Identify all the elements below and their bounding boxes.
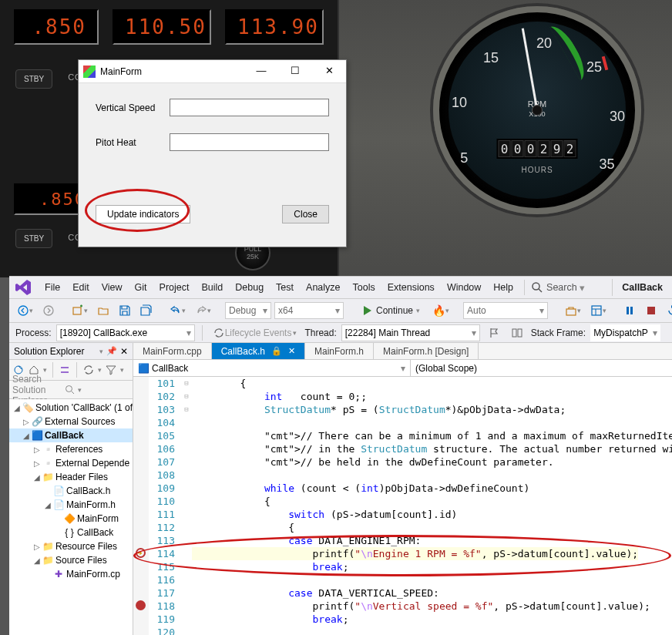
filter-icon[interactable] xyxy=(105,364,117,376)
solution-tree: ◢🏷️Solution 'CallBack' (1 of ▷🔗External … xyxy=(9,399,133,635)
menu-edit[interactable]: Edit xyxy=(66,279,96,296)
lock-icon: 🔒 xyxy=(271,346,282,356)
mainform-titlebar[interactable]: MainForm — ☐ ✕ xyxy=(79,60,346,83)
update-indicators-button[interactable]: Update indicators xyxy=(96,205,190,223)
code-text[interactable]: { int count = 0;; StructDatum* pS = (Str… xyxy=(192,377,672,635)
undo-button[interactable]: ▾ xyxy=(166,301,189,320)
fold-column[interactable]: ⊟⊟⊟ xyxy=(181,377,192,635)
toolbox-button[interactable]: ▾ xyxy=(562,301,584,320)
vs-search[interactable]: Search ▾ xyxy=(524,280,591,295)
process-label: Process: xyxy=(15,328,52,338)
menu-help[interactable]: Help xyxy=(487,279,519,296)
tree-header-files[interactable]: ◢📁Header Files xyxy=(9,470,133,484)
cycle-icon xyxy=(213,327,225,339)
window-layout-button[interactable]: ▾ xyxy=(587,301,610,320)
menu-project[interactable]: Project xyxy=(153,279,196,296)
close-panel-button[interactable]: ✕ xyxy=(120,346,128,357)
tab-mainform-cpp[interactable]: MainForm.cpp xyxy=(133,343,212,359)
odometer: 0 0 0 2 9 2 xyxy=(497,139,578,159)
menu-analyze[interactable]: Analyze xyxy=(300,279,346,296)
menu-window[interactable]: Window xyxy=(441,279,487,296)
tree-external-deps[interactable]: ▷▫️External Depende xyxy=(9,456,133,470)
tree-external-sources[interactable]: ▷🔗External Sources xyxy=(9,415,133,428)
tree-callback-project[interactable]: ◢🟦CallBack xyxy=(9,428,133,442)
menu-view[interactable]: View xyxy=(96,279,129,296)
tree-callback-ns[interactable]: { }CallBack xyxy=(9,526,133,539)
menu-file[interactable]: File xyxy=(39,279,66,296)
process-combo[interactable]: [18920] CallBack.exe xyxy=(56,324,195,341)
odometer-digit: 0 xyxy=(525,140,537,157)
pause-button[interactable] xyxy=(620,301,639,320)
odometer-digit: 0 xyxy=(499,140,511,157)
vs-logo-icon xyxy=(14,278,32,297)
config-combo[interactable]: Debug xyxy=(225,302,271,319)
tree-mainform-h[interactable]: ◢📄MainForm.h xyxy=(9,498,133,512)
tree-source-files[interactable]: ◢📁Source Files xyxy=(9,553,133,567)
tree-resource-files[interactable]: ▷📁Resource Files xyxy=(9,539,133,553)
thread-combo[interactable]: [22284] Main Thread xyxy=(341,324,480,341)
tree-references[interactable]: ▷▫️References xyxy=(9,442,133,456)
stby-button[interactable]: STBY xyxy=(15,69,52,89)
tab-mainform-design[interactable]: MainForm.h [Design] xyxy=(374,343,479,359)
tab-mainform-h[interactable]: MainForm.h xyxy=(305,343,374,359)
auto-combo[interactable]: Auto xyxy=(463,302,548,319)
save-button[interactable] xyxy=(116,301,134,320)
menu-tools[interactable]: Tools xyxy=(347,279,381,296)
close-tab-icon[interactable]: ✕ xyxy=(288,346,295,356)
solution-search[interactable]: Search Solution Explorer ▾ xyxy=(9,381,133,399)
tree-mainform-cpp[interactable]: ✚MainForm.cp xyxy=(9,567,133,581)
stop-button[interactable] xyxy=(642,301,660,320)
pitot-heat-input[interactable] xyxy=(170,133,329,151)
pin-icon[interactable]: 📌 xyxy=(106,346,117,356)
save-all-button[interactable] xyxy=(137,301,156,320)
vertical-speed-label: Vertical Speed xyxy=(96,102,170,113)
breakpoint-marker[interactable] xyxy=(136,600,146,610)
line-numbers: 1011021031041051061071081091101111121131… xyxy=(149,377,181,635)
code-area[interactable]: 1011021031041051061071081091101111121131… xyxy=(133,377,672,635)
scope-combo[interactable]: 🟦CallBack xyxy=(133,360,411,376)
minimize-button[interactable]: — xyxy=(244,60,278,83)
lifecycle-button[interactable]: Lifecycle Events▾ xyxy=(210,324,301,342)
stackframe-combo[interactable]: MyDispatchP xyxy=(590,324,660,341)
menu-test[interactable]: Test xyxy=(270,279,300,296)
hot-reload-button[interactable]: 🔥▾ xyxy=(429,301,452,320)
svg-point-15 xyxy=(66,385,72,391)
flag-button[interactable] xyxy=(485,324,503,342)
frames-icon xyxy=(511,327,523,339)
vertical-speed-input[interactable] xyxy=(170,99,329,116)
window-title: MainForm xyxy=(100,66,244,77)
visual-studio-window: FileEditViewGitProjectBuildDebugTestAnal… xyxy=(9,276,672,635)
stby-button-2[interactable]: STBY xyxy=(15,229,52,248)
project-name: CallBack xyxy=(612,279,672,296)
solution-root[interactable]: ◢🏷️Solution 'CallBack' (1 of xyxy=(9,401,133,415)
gauge-hub xyxy=(532,105,543,116)
threads-button[interactable] xyxy=(508,324,526,342)
tree-callback-h[interactable]: 📄CallBack.h xyxy=(9,484,133,498)
odometer-digit: 2 xyxy=(538,140,550,157)
menu-build[interactable]: Build xyxy=(195,279,229,296)
redo-button[interactable]: ▾ xyxy=(192,301,214,320)
menu-debug[interactable]: Debug xyxy=(229,279,270,296)
close-button[interactable]: Close xyxy=(282,205,329,223)
tree-mainform-class[interactable]: 🔶MainForm xyxy=(9,512,133,526)
svg-point-2 xyxy=(18,306,28,315)
menu-git[interactable]: Git xyxy=(129,279,153,296)
svg-rect-12 xyxy=(512,329,516,337)
restart-button[interactable] xyxy=(664,301,672,320)
member-combo[interactable]: (Global Scope) xyxy=(411,360,672,376)
dropdown-icon[interactable]: ▾ xyxy=(99,348,103,355)
sync-icon[interactable] xyxy=(82,364,95,376)
platform-combo[interactable]: x64 xyxy=(274,302,344,319)
nav-back-button[interactable]: ▾ xyxy=(14,301,36,320)
breakpoint-margin[interactable] xyxy=(133,377,149,635)
continue-button[interactable]: Continue ▾ xyxy=(354,301,426,320)
close-window-button[interactable]: ✕ xyxy=(312,60,346,83)
odometer-digit: 9 xyxy=(551,140,563,157)
tab-callback-h[interactable]: CallBack.h🔒✕ xyxy=(212,343,305,359)
menu-extensions[interactable]: Extensions xyxy=(381,279,441,296)
maximize-button[interactable]: ☐ xyxy=(278,60,312,83)
open-button[interactable] xyxy=(94,301,113,320)
svg-rect-4 xyxy=(73,307,81,314)
nav-fwd-button[interactable] xyxy=(39,301,58,320)
new-project-button[interactable]: ▾ xyxy=(69,301,91,320)
